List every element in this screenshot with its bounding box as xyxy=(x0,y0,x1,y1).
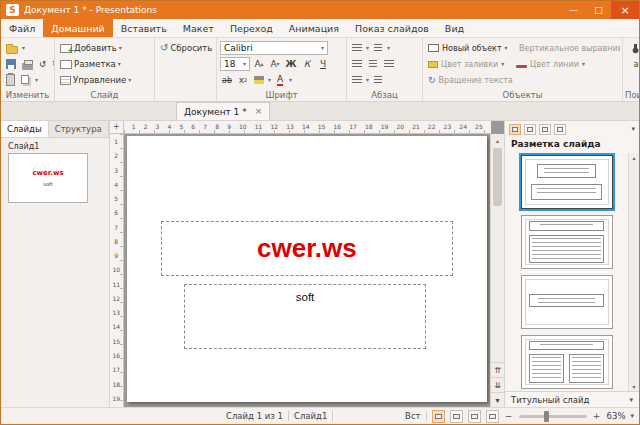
line-spacing-button[interactable] xyxy=(350,73,364,87)
slide-page[interactable]: cwer.ws soft xyxy=(127,136,487,402)
align-center-button[interactable] xyxy=(366,57,380,71)
tab-outline[interactable]: Структура xyxy=(49,121,109,137)
shrink-font-button[interactable]: А▾ xyxy=(268,57,282,71)
sidebar-tool-colors[interactable] xyxy=(539,124,551,135)
slides-panel: Слайды Структура Слайд1 cwer.ws soft xyxy=(1,121,110,407)
strikethrough-button[interactable]: ab xyxy=(220,73,234,87)
zoom-in-button[interactable]: + xyxy=(592,411,602,421)
insert-mode-indicator[interactable]: Вст xyxy=(405,411,420,421)
vertical-alignment-button[interactable]: Вертикальное выравнивание ▾ xyxy=(514,41,620,56)
fill-color-button[interactable]: Цвет заливки ▾ xyxy=(426,57,514,72)
layout-list-scrollbar[interactable]: ▴ ▾ xyxy=(628,153,639,391)
highlight-color-button[interactable] xyxy=(252,73,266,87)
title-placeholder[interactable]: cwer.ws xyxy=(161,221,453,276)
italic-button[interactable]: К xyxy=(300,57,314,71)
sidebar-tool-layouts[interactable] xyxy=(509,124,521,135)
view-notes-button[interactable] xyxy=(468,410,481,423)
align-left-button[interactable] xyxy=(350,57,364,71)
search-button[interactable] xyxy=(632,41,640,55)
next-slide-button[interactable]: ⇊ xyxy=(491,377,504,392)
grow-font-button[interactable]: А▴ xyxy=(252,57,266,71)
layout-thumbnail-two-content[interactable] xyxy=(521,335,613,389)
layout-thumbnail-section[interactable] xyxy=(521,275,613,329)
text-rotation-button[interactable]: ↻ Вращение текста ▾ xyxy=(426,73,514,88)
zoom-menu-chevron-icon[interactable]: ▾ xyxy=(630,412,634,420)
font-size-select[interactable]: 18 ▾ xyxy=(220,57,250,71)
font-color-button[interactable]: А xyxy=(273,73,287,87)
zoom-level-label[interactable]: 63% xyxy=(607,411,626,421)
document-tab[interactable]: Документ 1 * × xyxy=(176,102,270,120)
redo-button[interactable]: ↻ xyxy=(50,57,54,72)
ribbon-group-label-objects: Объекты xyxy=(423,89,622,101)
menu-tab-slideshow[interactable]: Показ слайдов xyxy=(347,19,437,37)
scroll-up-icon[interactable]: ▴ xyxy=(491,134,504,147)
add-slide-button[interactable]: + Добавить ▾ xyxy=(58,41,124,56)
line-color-button[interactable]: Цвет линии ▾ xyxy=(514,57,620,72)
zoom-slider-thumb[interactable] xyxy=(544,411,549,422)
superscript-button[interactable]: x2 xyxy=(236,73,250,87)
underline-button[interactable]: Ч xyxy=(316,57,330,71)
numbered-list-button[interactable] xyxy=(371,41,385,55)
scroll-down-icon[interactable]: ▾ xyxy=(632,383,635,390)
menu-tab-layout[interactable]: Макет xyxy=(175,19,222,37)
slide-canvas[interactable]: cwer.ws soft xyxy=(124,134,490,407)
indent-button[interactable] xyxy=(371,73,385,87)
menu-tab-animation[interactable]: Анимация xyxy=(281,19,347,37)
scroll-up-icon[interactable]: ▴ xyxy=(632,154,635,161)
menu-tab-transition[interactable]: Переход xyxy=(222,19,281,37)
open-button[interactable] xyxy=(4,41,20,56)
document-tab-close-icon[interactable]: × xyxy=(255,107,263,116)
ribbon-group-edit: ▾ ↺ ↻ ▾ Изменить xyxy=(1,38,55,101)
chevron-down-icon[interactable]: ▾ xyxy=(366,77,369,83)
zoom-out-button[interactable]: − xyxy=(504,411,514,421)
reset-slide-button[interactable]: ↺ Сбросить xyxy=(158,41,214,56)
layout-thumbnail-title-content[interactable] xyxy=(521,215,613,269)
replace-button[interactable]: ab xyxy=(632,57,640,71)
tab-slides[interactable]: Слайды xyxy=(1,121,49,137)
canvas-vertical-scrollbar[interactable]: ▴ ⇈ ⇊ ▾ xyxy=(490,134,504,407)
chevron-down-icon[interactable]: ▾ xyxy=(289,77,292,83)
new-object-button[interactable]: Новый объект ▾ xyxy=(426,41,514,56)
scroll-down-icon[interactable]: ▾ xyxy=(491,392,504,407)
chevron-down-icon[interactable]: ▾ xyxy=(387,45,390,51)
font-family-select[interactable]: Calibri ▾ xyxy=(220,41,328,55)
subtitle-placeholder[interactable]: soft xyxy=(184,284,425,349)
chevron-down-icon[interactable]: ▾ xyxy=(366,45,369,51)
ribbon-group-font: Calibri ▾ 18 ▾ А▴ А▾ Ж К Ч ab xyxy=(217,38,347,101)
chevron-down-icon[interactable]: ▾ xyxy=(268,77,271,83)
zoom-slider[interactable] xyxy=(519,415,587,418)
close-button[interactable]: × xyxy=(611,1,639,19)
maximize-button[interactable]: □ xyxy=(586,1,611,19)
paste-button[interactable] xyxy=(4,73,17,88)
menu-tab-home[interactable]: Домашний xyxy=(43,19,112,37)
menu-tab-insert[interactable]: Вставить xyxy=(113,19,175,37)
sidebar-menu-chevron-icon[interactable]: ▾ xyxy=(631,125,635,133)
layout-panel-footer[interactable]: Титульный слайд ▾ xyxy=(505,391,639,407)
sidebar-tool-animations[interactable] xyxy=(554,124,566,135)
menu-tab-view[interactable]: Вид xyxy=(437,19,472,37)
print-button[interactable] xyxy=(20,57,35,72)
align-right-button[interactable] xyxy=(382,57,396,71)
save-button[interactable] xyxy=(4,57,18,72)
slide-thumbnail[interactable]: cwer.ws soft xyxy=(8,153,88,203)
vertical-ruler: 12345678910111213141516171819 xyxy=(110,134,124,407)
manage-slides-button[interactable]: Управление ▾ xyxy=(58,73,133,88)
chevron-down-icon[interactable]: ▾ xyxy=(35,77,38,83)
bullet-list-button[interactable] xyxy=(350,41,364,55)
view-slideshow-button[interactable] xyxy=(486,410,499,423)
previous-slide-button[interactable]: ⇈ xyxy=(491,362,504,377)
ruler-origin: + xyxy=(110,121,124,134)
minimize-button[interactable]: — xyxy=(561,1,586,19)
chevron-down-icon[interactable]: ▾ xyxy=(22,45,25,51)
layout-button[interactable]: Разметка ▾ xyxy=(58,57,123,72)
copy-button[interactable] xyxy=(19,73,33,88)
view-normal-button[interactable] xyxy=(432,410,445,423)
menu-tab-file[interactable]: Файл xyxy=(1,19,43,37)
view-sorter-button[interactable] xyxy=(450,410,463,423)
bold-button[interactable]: Ж xyxy=(284,57,298,71)
layout-thumbnail-title-slide[interactable] xyxy=(521,155,613,209)
scrollbar-thumb[interactable] xyxy=(493,148,502,206)
ruler-number: 12 xyxy=(271,124,279,130)
undo-button[interactable]: ↺ xyxy=(37,57,48,72)
sidebar-tool-designs[interactable] xyxy=(524,124,536,135)
